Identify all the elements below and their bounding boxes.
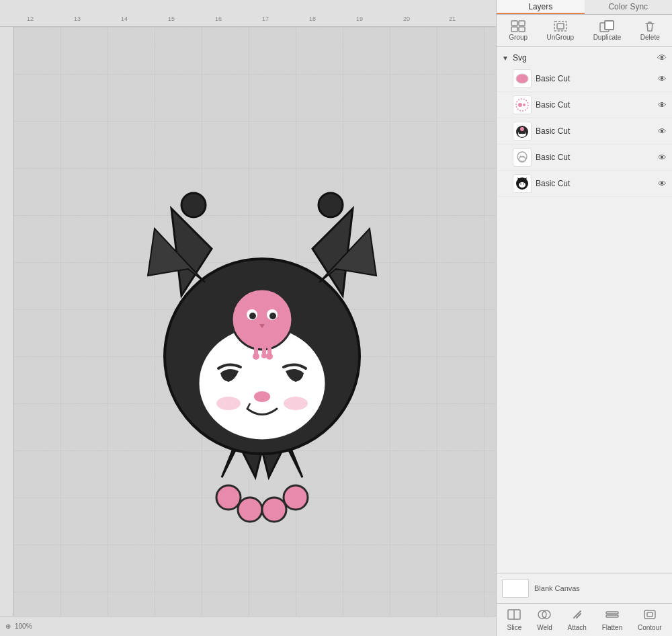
layer-item-2[interactable]: Basic Cut 👁 — [497, 92, 672, 118]
svg-point-16 — [249, 313, 256, 319]
panel-tabs: Layers Color Sync — [497, 0, 672, 15]
attach-button[interactable]: Attach — [565, 607, 589, 633]
svg-point-5 — [216, 485, 241, 510]
ruler-mark: 16 — [215, 15, 222, 22]
contour-icon — [642, 608, 657, 623]
group-label: Group — [509, 34, 528, 41]
group-button[interactable]: Group — [505, 19, 532, 42]
svg-point-46 — [523, 156, 525, 158]
expand-arrow-icon: ▼ — [502, 54, 509, 62]
layer-thumbnail-2 — [513, 95, 532, 114]
ruler-mark: 15 — [168, 15, 175, 22]
svg-point-21 — [253, 353, 259, 360]
layer-item-5[interactable]: Basic Cut 👁 — [497, 171, 672, 197]
grid-background — [13, 27, 496, 616]
ruler-mark: 14 — [121, 15, 128, 22]
svg-rect-30 — [519, 27, 525, 32]
svg-point-38 — [518, 103, 522, 107]
svg-rect-56 — [647, 612, 653, 617]
svg-rect-34 — [605, 21, 614, 30]
layer-item-3[interactable]: Basic Cut 👁 — [497, 118, 672, 145]
layer-item-1[interactable]: Basic Cut 👁 — [497, 66, 672, 92]
delete-button[interactable]: Delete — [636, 19, 664, 42]
weld-label: Weld — [537, 624, 552, 631]
svg-parent-row[interactable]: ▼ Svg 👁 — [497, 50, 672, 66]
ruler-mark: 19 — [356, 15, 363, 22]
ungroup-button[interactable]: UnGroup — [543, 19, 579, 42]
svg-point-7 — [262, 498, 286, 522]
layer-thumbnail-5 — [513, 174, 532, 193]
contour-button[interactable]: Contour — [635, 607, 665, 633]
ruler-mark: 20 — [403, 15, 410, 22]
svg-point-39 — [523, 104, 526, 106]
slice-icon — [507, 608, 521, 623]
svg-label: Svg — [513, 53, 655, 63]
tab-color-sync[interactable]: Color Sync — [585, 0, 673, 14]
weld-button[interactable]: Weld — [534, 607, 555, 633]
delete-label: Delete — [640, 34, 660, 41]
ruler-top: 12 13 14 15 16 17 18 19 20 21 — [0, 0, 496, 27]
svg-point-36 — [516, 74, 528, 83]
svg-rect-31 — [554, 22, 566, 31]
ungroup-label: UnGroup — [547, 34, 575, 41]
svg-point-22 — [261, 353, 267, 358]
delete-icon — [642, 20, 658, 32]
layer-eye-3[interactable]: 👁 — [658, 126, 667, 136]
canvas-content[interactable] — [13, 27, 496, 616]
svg-rect-27 — [511, 21, 517, 26]
layer-thumbnail-1 — [513, 69, 532, 88]
flatten-button[interactable]: Flatten — [599, 607, 626, 633]
svg-rect-32 — [557, 24, 564, 29]
ungroup-icon — [552, 20, 569, 32]
svg-point-8 — [284, 485, 308, 510]
ruler-mark: 13 — [74, 15, 81, 22]
layer-thumbnail-4 — [513, 148, 532, 167]
layer-tree[interactable]: ▼ Svg 👁 Basic Cut 👁 — [497, 47, 672, 573]
status-text: 100% — [15, 623, 32, 630]
svg-point-25 — [216, 397, 241, 410]
app-container: 12 13 14 15 16 17 18 19 20 21 — [0, 0, 672, 636]
canvas-area: 12 13 14 15 16 17 18 19 20 21 — [0, 0, 496, 636]
svg-rect-54 — [606, 615, 618, 617]
duplicate-button[interactable]: Duplicate — [589, 19, 626, 42]
ruler-mark: 18 — [309, 15, 316, 22]
layer-eye-2[interactable]: 👁 — [658, 100, 667, 110]
flatten-icon — [605, 608, 620, 623]
tab-layers[interactable]: Layers — [497, 0, 585, 14]
blank-canvas-panel[interactable]: Blank Canvas — [497, 573, 672, 603]
svg-point-6 — [238, 498, 262, 522]
layer-eye-4[interactable]: 👁 — [658, 153, 667, 163]
ruler-left — [0, 27, 13, 636]
svg-rect-28 — [519, 21, 525, 26]
flatten-label: Flatten — [602, 624, 623, 631]
ruler-mark: 17 — [262, 15, 269, 22]
duplicate-icon — [599, 20, 615, 32]
right-panel: Layers Color Sync Group — [496, 0, 672, 636]
panel-toolbar: Group UnGroup — [497, 15, 672, 47]
svg-point-17 — [269, 313, 276, 319]
layer-thumbnail-3 — [513, 122, 532, 141]
layer-name-4: Basic Cut — [536, 153, 654, 162]
layer-eye-5[interactable]: 👁 — [658, 179, 667, 189]
svg-point-26 — [284, 397, 308, 410]
svg-point-42 — [520, 127, 524, 131]
attach-icon — [570, 608, 585, 623]
ruler-mark: 21 — [449, 15, 456, 22]
svg-rect-53 — [606, 612, 618, 614]
layer-name-2: Basic Cut — [536, 100, 654, 110]
slice-button[interactable]: Slice — [504, 607, 524, 633]
layer-eye-1[interactable]: 👁 — [658, 74, 667, 84]
svg-point-12 — [319, 193, 343, 217]
svg-point-45 — [520, 156, 522, 158]
blank-canvas-thumbnail — [502, 579, 529, 598]
svg-point-48 — [519, 182, 526, 188]
layer-item-4[interactable]: Basic Cut 👁 — [497, 145, 672, 171]
duplicate-label: Duplicate — [593, 34, 622, 41]
svg-visibility-icon[interactable]: 👁 — [657, 52, 667, 63]
ruler-mark: 12 — [27, 15, 34, 22]
svg-rect-55 — [644, 610, 655, 619]
contour-label: Contour — [638, 624, 662, 631]
svg-point-13 — [232, 289, 292, 350]
slice-label: Slice — [507, 624, 522, 631]
layer-name-1: Basic Cut — [536, 74, 654, 83]
